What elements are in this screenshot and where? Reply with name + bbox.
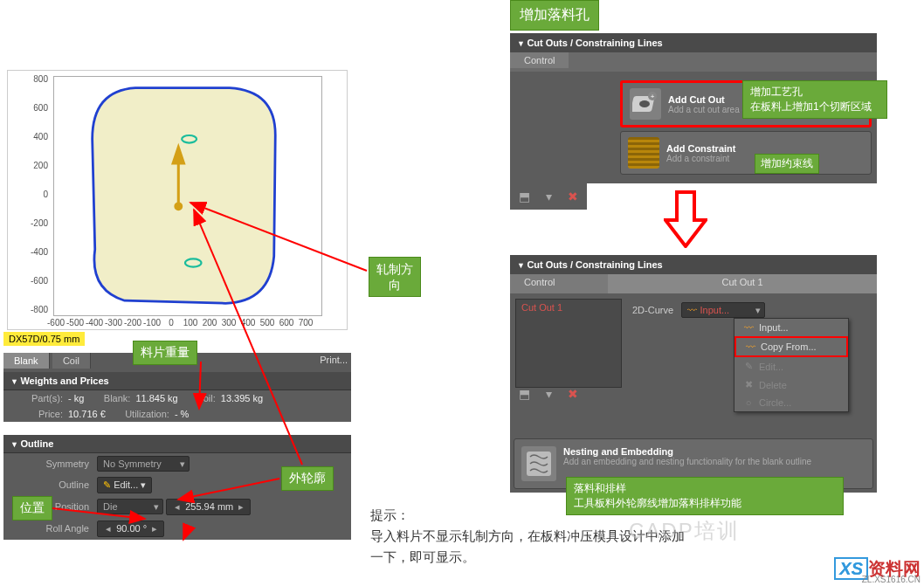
spin-up-icon[interactable]: ▸: [149, 523, 160, 534]
nesting-subtitle: Add an embedding and nesting functionali…: [563, 457, 811, 466]
print-button[interactable]: Print...: [320, 355, 348, 365]
coil-label: Coil:: [181, 393, 216, 403]
callout-roll-direction: 轧制方向: [369, 257, 421, 297]
y-tick: 0: [17, 190, 48, 199]
tab-blank[interactable]: Blank: [3, 353, 50, 369]
toggle-icon[interactable]: ⬒: [514, 384, 534, 403]
weights-prices-header[interactable]: Weights and Prices: [3, 372, 351, 390]
callout-title: 落料和排样: [574, 482, 626, 494]
curve-dropdown: 〰Input... 〰Copy From... ✎Edit... ✖Delete…: [734, 318, 849, 412]
add-constraint-title: Add Constraint: [666, 143, 735, 154]
hint-line: 提示：: [370, 507, 410, 522]
svg-point-4: [176, 203, 182, 210]
y-tick: -400: [17, 247, 48, 257]
nesting-icon: [521, 446, 556, 481]
add-constraint-subtitle: Add a constraint: [666, 154, 735, 163]
menu-copy-from[interactable]: 〰Copy From...: [734, 336, 848, 357]
tab-control[interactable]: Control: [510, 52, 569, 68]
rollangle-spinbox[interactable]: ◂ 90.00 ° ▸: [97, 521, 164, 537]
curve-icon: 〰: [743, 341, 757, 352]
mini-toolbar-1: ⬒ ▾ ✖: [510, 183, 587, 210]
util-value: - %: [175, 409, 190, 419]
add-cutout-icon: +: [630, 88, 661, 120]
cutout-list[interactable]: Cut Out 1: [515, 299, 622, 388]
dropdown-icon[interactable]: ▾: [538, 187, 559, 206]
price-label: Price:: [10, 409, 63, 419]
2dcurve-value: Input...: [700, 305, 729, 315]
flow-arrow-icon: [664, 190, 707, 248]
price-value: 10.716 €: [68, 409, 106, 419]
util-label: Utilization:: [108, 409, 169, 419]
position-spinbox[interactable]: ◂ 255.94 mm ▸: [166, 499, 251, 515]
tab-cutout1[interactable]: Cut Out 1: [608, 274, 877, 293]
nesting-title: Nesting and Embedding: [563, 446, 673, 457]
y-tick: 200: [17, 161, 48, 170]
menu-input[interactable]: 〰Input...: [734, 319, 848, 336]
tab-coil[interactable]: Coil: [52, 353, 91, 369]
svg-text:+: +: [651, 93, 655, 100]
hint-line: 一下，即可显示。: [370, 549, 475, 564]
y-tick: -200: [17, 218, 48, 228]
svg-point-6: [639, 100, 650, 107]
callout-position: 位置: [12, 496, 52, 521]
outline-header[interactable]: Outline: [3, 435, 351, 453]
spin-down-icon[interactable]: ◂: [103, 523, 114, 534]
y-tick: 400: [17, 132, 48, 141]
callout-blank-weight: 料片重量: [133, 341, 197, 365]
material-tag: DX57D/0.75 mm: [3, 332, 85, 346]
toggle-icon[interactable]: ⬒: [514, 187, 534, 206]
menu-text: Input...: [759, 322, 789, 333]
blank-value: 11.845 kg: [135, 393, 177, 403]
mini-toolbar-2: ⬒ ▾ ✖: [510, 383, 587, 405]
cutouts-header-2[interactable]: Cut Outs / Constraining Lines: [510, 255, 877, 274]
watermark: CADP培训: [629, 517, 740, 545]
delete-icon: ✖: [741, 379, 755, 390]
rollangle-value: 90.00 °: [116, 523, 147, 534]
2dcurve-combo[interactable]: 〰 Input...: [681, 302, 765, 318]
menu-delete: ✖Delete: [734, 376, 848, 394]
outline-chart: 800 600 400 200 0 -200 -400 -600 -800 -6…: [7, 70, 348, 330]
callout-add-blanking-hole: 增加落料孔: [510, 0, 599, 31]
curve-icon: 〰: [687, 305, 697, 315]
rollangle-label: Roll Angle: [10, 523, 89, 534]
coil-value: 13.395 kg: [221, 393, 263, 403]
callout-add-constraint: 增加约束线: [755, 154, 819, 174]
cutouts-panel-2: Cut Outs / Constraining Lines Control Cu…: [510, 255, 877, 493]
outline-label: Outline: [10, 479, 89, 490]
y-tick: 800: [17, 74, 48, 84]
callout-outer-contour: 外轮廓: [281, 466, 334, 491]
list-item[interactable]: Cut Out 1: [516, 300, 621, 315]
symmetry-combo[interactable]: No Symmetry: [97, 456, 190, 472]
menu-edit: ✎Edit...: [734, 357, 848, 376]
spin-down-icon[interactable]: ◂: [172, 501, 183, 513]
parts-value: - kg: [68, 393, 84, 403]
menu-text: Circle...: [759, 397, 791, 408]
delete-icon[interactable]: ✖: [562, 187, 583, 206]
outline-edit-text: Edit...: [114, 479, 138, 490]
menu-text: Copy From...: [761, 341, 817, 352]
menu-circle: ○Circle...: [734, 394, 848, 411]
add-cutout-title: Add Cut Out: [668, 94, 725, 105]
callout-sub: 在板料上增加1个切断区域: [750, 100, 872, 113]
circle-icon: ○: [741, 397, 755, 408]
dropdown-icon[interactable]: ▾: [538, 384, 559, 403]
add-constraint-button[interactable]: Add ConstraintAdd a constraint: [620, 131, 872, 175]
cutouts-header-1[interactable]: Cut Outs / Constraining Lines: [510, 33, 877, 52]
pencil-icon: ✎: [741, 361, 755, 372]
callout-add-process-hole: 增加工艺孔 在板料上增加1个切断区域: [742, 80, 887, 119]
symmetry-label: Symmetry: [10, 458, 89, 469]
tab-control-2[interactable]: Control: [510, 274, 608, 293]
position-combo[interactable]: Die: [97, 499, 163, 514]
site-url: ZL.XS1616.CN: [862, 575, 921, 584]
blank-label: Blank:: [86, 393, 130, 403]
weights-prices-panel: Weights and Prices Part(s):- kg Blank:11…: [3, 372, 351, 422]
menu-text: Edit...: [759, 362, 783, 372]
outline-svg: [59, 81, 312, 310]
outline-edit-button[interactable]: ✎ Edit... ▾: [97, 477, 152, 493]
pencil-icon: ✎: [103, 479, 111, 490]
spin-up-icon[interactable]: ▸: [236, 501, 246, 513]
y-tick: 600: [17, 103, 48, 113]
2dcurve-label: 2D-Curve: [632, 305, 673, 315]
curve-icon: 〰: [741, 322, 755, 333]
delete-icon[interactable]: ✖: [562, 384, 583, 403]
